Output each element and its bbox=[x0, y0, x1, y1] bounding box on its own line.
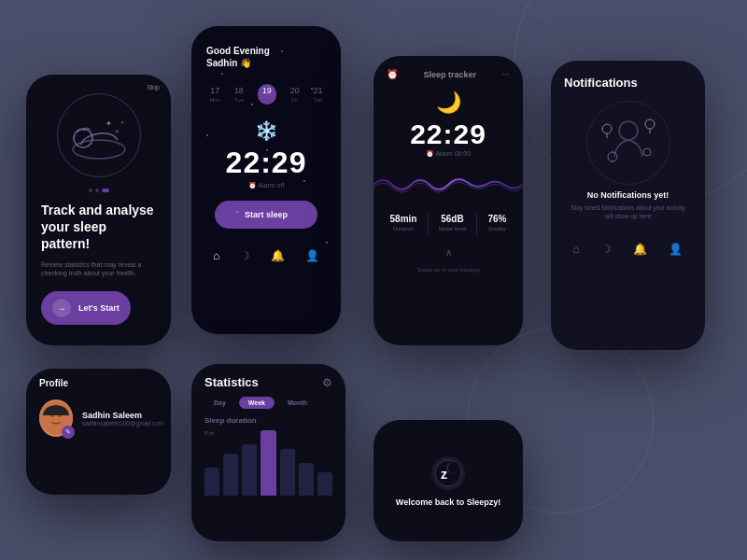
bar-2 bbox=[223, 454, 238, 496]
user-email: sadhinsaleem100@gmail.com bbox=[82, 420, 163, 427]
phone-onboarding: Skip ✦ ✦ ✦ Track and analyse your sleep … bbox=[26, 75, 171, 345]
sleepzy-logo: z bbox=[430, 455, 467, 492]
date-number: 19 bbox=[262, 86, 272, 95]
current-time: 22:29 bbox=[191, 146, 341, 180]
nav-home-icon[interactable]: ⌂ bbox=[573, 243, 580, 256]
notification-person-icon bbox=[596, 110, 661, 175]
dot-1 bbox=[89, 189, 92, 192]
date-picker[interactable]: 17 Mon 18 Tue 19 Thu 20 Fri 21 Sat bbox=[191, 77, 341, 112]
date-item-19-active[interactable]: 19 Thu bbox=[258, 84, 276, 105]
nav-moon-icon[interactable]: ☽ bbox=[240, 249, 250, 262]
tracker-time: 22:29 bbox=[374, 119, 523, 150]
sleep-stats: 58min Duration 56dB Noise level 76% Qual… bbox=[374, 206, 523, 244]
svg-point-5 bbox=[619, 121, 638, 140]
noise-label: Noise level bbox=[439, 226, 466, 231]
nav-profile-icon[interactable]: 👤 bbox=[305, 249, 319, 262]
arrow-icon: → bbox=[52, 299, 71, 317]
svg-point-23 bbox=[448, 462, 459, 473]
svg-text:✦: ✦ bbox=[120, 119, 124, 125]
bar-5 bbox=[280, 449, 295, 496]
dot-2 bbox=[95, 189, 99, 192]
svg-point-8 bbox=[645, 119, 655, 129]
sleep-wave-chart bbox=[374, 171, 523, 199]
profile-content: ✎ Sadhin Saleem sadhinsaleem100@gmail.co… bbox=[26, 394, 171, 442]
statistics-title: Statistics bbox=[204, 375, 259, 389]
date-item-17[interactable]: 17 Mon bbox=[209, 86, 220, 103]
quality-value: 76% bbox=[487, 214, 506, 224]
start-sleep-button[interactable]: Start sleep bbox=[215, 201, 317, 229]
stat-divider-1 bbox=[428, 214, 429, 236]
alarm-status: ⏰ Alarm off bbox=[191, 182, 341, 189]
nav-moon-icon[interactable]: ☽ bbox=[601, 243, 612, 256]
date-day: Sat bbox=[314, 97, 322, 103]
svg-point-1 bbox=[74, 129, 92, 147]
profile-info: Sadhin Saleem sadhinsaleem100@gmail.com bbox=[82, 411, 163, 427]
bar-1 bbox=[204, 468, 219, 496]
skip-button[interactable]: Skip bbox=[147, 84, 160, 91]
tab-day[interactable]: Day bbox=[204, 397, 235, 409]
svg-text:✦: ✦ bbox=[115, 129, 120, 134]
user-name: Sadhin Saleem bbox=[82, 411, 163, 420]
svg-point-6 bbox=[602, 124, 612, 133]
tracker-alarm: ⏰ Alarm 08:00 bbox=[374, 150, 523, 158]
phone-notifications: Notifications No Notifications yet! Stay… bbox=[551, 61, 705, 350]
stat-quality: 76% Quality bbox=[487, 214, 506, 236]
tab-month[interactable]: Month bbox=[278, 397, 317, 409]
greeting-header: Good EveningSadhin 👋 bbox=[191, 26, 341, 77]
onboarding-title: Track and analyse your sleep pattern! bbox=[26, 202, 171, 253]
weather-icon: ❄️ bbox=[191, 119, 341, 142]
bar-6 bbox=[299, 463, 314, 496]
date-day: Mon bbox=[209, 97, 220, 103]
notifications-title: Notifications bbox=[564, 76, 692, 90]
dot-3 bbox=[102, 189, 109, 192]
bar-3 bbox=[242, 444, 257, 496]
statistics-header: Statistics ⚙ bbox=[191, 364, 345, 397]
notifications-header: Notifications bbox=[551, 61, 705, 97]
lets-start-label: Let's Start bbox=[78, 303, 120, 313]
nav-profile-icon[interactable]: 👤 bbox=[669, 243, 683, 256]
nav-home-icon[interactable]: ⌂ bbox=[213, 249, 219, 262]
profile-title: Profile bbox=[39, 378, 158, 388]
bottom-nav: ⌂ ☽ 🔔 👤 bbox=[551, 233, 705, 261]
svg-point-17 bbox=[40, 415, 46, 421]
date-day: Tue bbox=[234, 97, 244, 103]
stat-duration: 58min Duration bbox=[390, 214, 417, 236]
edit-avatar-button[interactable]: ✎ bbox=[62, 426, 75, 439]
date-number: 18 bbox=[234, 86, 244, 95]
period-tabs: Day Week Month bbox=[191, 397, 345, 416]
date-item-20[interactable]: 20 Fri bbox=[290, 86, 300, 103]
stat-noise: 56dB Noise level bbox=[439, 214, 466, 236]
lets-start-button[interactable]: → Let's Start bbox=[41, 291, 131, 325]
settings-icon[interactable]: ⚙ bbox=[322, 376, 332, 389]
onboarding-subtitle: Review statistics that may reveal a chec… bbox=[26, 260, 171, 279]
date-number: 20 bbox=[290, 86, 300, 95]
tracker-title: Sleep tracker bbox=[424, 70, 477, 79]
sleep-duration-chart bbox=[191, 440, 345, 496]
sleep-duration-label: Sleep duration bbox=[191, 416, 345, 430]
no-notifications-title: No Notifications yet! bbox=[551, 190, 705, 200]
nav-bell-icon[interactable]: 🔔 bbox=[271, 249, 285, 262]
phone-welcome: z Welcome back to Sleepzy! bbox=[374, 420, 523, 541]
date-day: Fri bbox=[291, 97, 298, 103]
duration-label: Duration bbox=[393, 226, 415, 231]
profile-header: Profile bbox=[26, 369, 171, 394]
date-item-18[interactable]: 18 Tue bbox=[234, 86, 244, 103]
menu-dots-icon[interactable]: ··· bbox=[502, 69, 510, 79]
stat-divider-2 bbox=[476, 214, 477, 236]
swipe-up-indicator: ∧ bbox=[374, 244, 523, 261]
phone-statistics: Statistics ⚙ Day Week Month Sleep durati… bbox=[191, 364, 345, 541]
greeting-text: Good EveningSadhin 👋 bbox=[206, 45, 326, 69]
tab-week[interactable]: Week bbox=[239, 397, 275, 409]
svg-point-18 bbox=[66, 415, 72, 421]
quality-label: Quality bbox=[488, 226, 506, 231]
bar-4-active bbox=[261, 430, 275, 496]
svg-text:✦: ✦ bbox=[106, 119, 112, 128]
welcome-text: Welcome back to Sleepzy! bbox=[396, 497, 500, 507]
date-item-21[interactable]: 21 Sat bbox=[314, 86, 323, 103]
date-number: 17 bbox=[210, 86, 219, 95]
phone-profile: Profile ✎ Sadhin Saleem sadhinsaleem100@… bbox=[26, 369, 171, 495]
nav-bell-icon[interactable]: 🔔 bbox=[633, 243, 647, 256]
noise-value: 56dB bbox=[441, 214, 463, 224]
welcome-content: z Welcome back to Sleepzy! bbox=[374, 420, 523, 541]
phone-sleep-timer: Good EveningSadhin 👋 17 Mon 18 Tue 19 Th… bbox=[191, 26, 341, 334]
